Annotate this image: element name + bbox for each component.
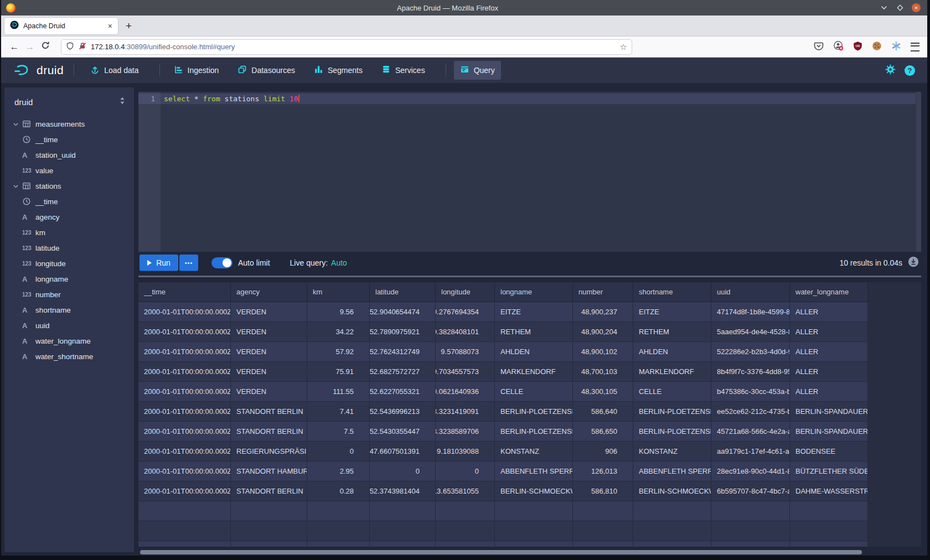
column-header-longname[interactable]: longname (495, 282, 573, 302)
reload-button[interactable] (38, 41, 53, 53)
cell-longname[interactable]: BERLIN-SCHMOECKWITZ (495, 481, 573, 501)
ublock-icon[interactable]: UO (853, 41, 862, 53)
column-item-longitude[interactable]: 123longitude (4, 256, 134, 271)
column-item-shortname[interactable]: Ashortname (4, 302, 134, 318)
cell-longitude[interactable]: 10.0621640936 (436, 382, 495, 401)
cell-latitude[interactable]: 47.6607501391 (370, 442, 436, 461)
sort-double-caret-icon[interactable] (118, 96, 126, 107)
cell-__time[interactable]: 2000-01-01T00:00:00.000Z (138, 382, 231, 401)
cell-longname[interactable]: BERLIN-PLOETZENSEE O (495, 402, 573, 421)
cell-water_longname[interactable]: DAHME-WASSERSTRASSE (790, 481, 868, 501)
back-button[interactable]: ← (7, 42, 22, 53)
cell-km[interactable]: 7.5 (307, 422, 370, 441)
column-header-__time[interactable]: __time (138, 282, 231, 302)
maximize-icon[interactable] (896, 3, 905, 12)
insecure-lock-icon[interactable] (78, 42, 87, 53)
column-header-longitude[interactable]: longitude (436, 282, 495, 302)
nav-item-load-data[interactable]: Load data (84, 61, 144, 80)
hamburger-menu-icon[interactable] (911, 43, 919, 51)
column-header-number[interactable]: number (573, 282, 633, 302)
settings-gear-icon[interactable] (885, 64, 896, 77)
cell-number[interactable]: 906 (573, 442, 633, 461)
cell-number[interactable]: 126,013 (573, 462, 633, 481)
cell-agency[interactable]: VERDEN (231, 302, 307, 322)
cell-uuid[interactable]: aa9179c1-17ef-4c61-a48 (711, 442, 790, 461)
column-item-value[interactable]: 123value (4, 163, 134, 178)
cell-longitude[interactable]: 13.3238589706 (436, 422, 495, 441)
cell-km[interactable]: 34.22 (307, 322, 370, 341)
cell-uuid[interactable]: b475386c-30cc-453a-b3 (711, 382, 790, 401)
column-item-__time[interactable]: __time (4, 132, 134, 147)
column-header-latitude[interactable]: latitude (370, 282, 436, 302)
cell-agency[interactable]: STANDORT BERLIN (231, 402, 307, 421)
download-icon[interactable] (908, 256, 919, 269)
cell-number[interactable]: 48,900,102 (573, 342, 633, 361)
cell-__time[interactable]: 2000-01-01T00:00:00.000Z (138, 422, 231, 441)
nav-item-services[interactable]: Services (375, 61, 431, 80)
cell-number[interactable]: 48,700,103 (573, 362, 633, 381)
cell-km[interactable]: 2.95 (307, 462, 370, 481)
cell-agency[interactable]: STANDORT HAMBURG (231, 462, 307, 481)
cell-__time[interactable]: 2000-01-01T00:00:00.000Z (138, 402, 231, 421)
cell-agency[interactable]: VERDEN (231, 322, 307, 341)
cell-latitude[interactable]: 52.7890975921 (370, 322, 436, 341)
minimize-icon[interactable] (880, 3, 888, 12)
sql-text[interactable]: select * from stations limit 10 (164, 94, 299, 104)
column-item-__time[interactable]: __time (4, 194, 134, 209)
cell-longitude[interactable]: 9.3828408101 (436, 322, 495, 341)
cell-km[interactable]: 0 (307, 442, 370, 461)
cell-km[interactable]: 57.92 (307, 342, 370, 361)
cell-latitude[interactable]: 52.6827572727 (370, 362, 436, 381)
column-item-number[interactable]: 123number (4, 287, 134, 302)
cell-longname[interactable]: BERLIN-PLOETZENSEE U (495, 422, 573, 441)
cell-number[interactable]: 48,900,237 (573, 302, 633, 322)
account-icon[interactable] (833, 40, 844, 53)
cell-water_longname[interactable]: ALLER (790, 362, 868, 381)
column-item-station_uuid[interactable]: Astation_uuid (4, 147, 134, 163)
extension-asterisk-icon[interactable] (891, 41, 901, 53)
cell-water_longname[interactable]: BODENSEE (790, 442, 868, 461)
column-header-uuid[interactable]: uuid (711, 282, 790, 302)
editor-scrollbar[interactable] (916, 92, 921, 252)
cell-water_longname[interactable]: ALLER (790, 342, 868, 361)
druid-logo[interactable]: druid (13, 64, 64, 77)
browser-tab-apache-druid[interactable]: Apache Druid × (4, 18, 118, 34)
cell-number[interactable]: 586,640 (573, 402, 633, 421)
cell-uuid[interactable]: 6b595707-8c47-4bc7-a8 (711, 481, 790, 501)
run-button[interactable]: Run (140, 255, 178, 271)
cell-km[interactable]: 0.28 (307, 481, 370, 501)
cell-shortname[interactable]: BERLIN-PLOETZENSEE U (633, 422, 711, 441)
tab-close-icon[interactable]: × (108, 22, 112, 30)
cell-longitude[interactable]: 9.57088073 (436, 342, 495, 361)
cell-longitude[interactable]: 9.7034557573 (436, 362, 495, 381)
cell-latitude[interactable]: 52.5430355447 (370, 422, 436, 441)
cell-number[interactable]: 586,810 (573, 481, 633, 501)
help-icon[interactable]: ? (905, 65, 915, 76)
url-bar[interactable]: 172.18.0.4:30899/unified-console.html#qu… (61, 39, 632, 55)
cell-km[interactable]: 111.55 (307, 382, 370, 401)
cell-shortname[interactable]: BERLIN-SCHMOECKWITZ (633, 481, 711, 501)
nav-item-segments[interactable]: Segments (308, 61, 369, 80)
column-item-longname[interactable]: Alongname (4, 271, 134, 287)
cell-uuid[interactable]: 522286e2-b2b3-4d0d-9a (711, 342, 790, 361)
bookmark-star-icon[interactable]: ☆ (620, 42, 627, 52)
live-query-value[interactable]: Auto (331, 258, 347, 267)
column-item-uuid[interactable]: Auuid (4, 318, 134, 333)
cell-longname[interactable]: AHLDEN (495, 342, 573, 361)
cell-number[interactable]: 48,300,105 (573, 382, 633, 401)
cell-water_longname[interactable]: ALLER (790, 302, 868, 322)
column-item-water_longname[interactable]: Awater_longname (4, 333, 134, 349)
pocket-icon[interactable] (814, 41, 824, 53)
cell-longitude[interactable]: 0 (436, 462, 495, 481)
new-tab-button[interactable]: + (126, 20, 132, 31)
cell-longname[interactable]: MARKLENDORF (495, 362, 573, 381)
cell-longname[interactable]: KONSTANZ (495, 442, 573, 461)
tracking-shield-icon[interactable] (66, 42, 74, 53)
column-item-km[interactable]: 123km (4, 225, 134, 240)
cell-uuid[interactable]: 28ec91e8-90c0-44d1-8fc (711, 462, 790, 481)
cell-longname[interactable]: RETHEM (495, 322, 573, 341)
cell-uuid[interactable]: 45721a68-566c-4e2a-a6 (711, 422, 790, 441)
auto-limit-toggle[interactable] (211, 257, 232, 268)
cell-__time[interactable]: 2000-01-01T00:00:00.000Z (138, 302, 231, 322)
cell-km[interactable]: 75.91 (307, 362, 370, 381)
